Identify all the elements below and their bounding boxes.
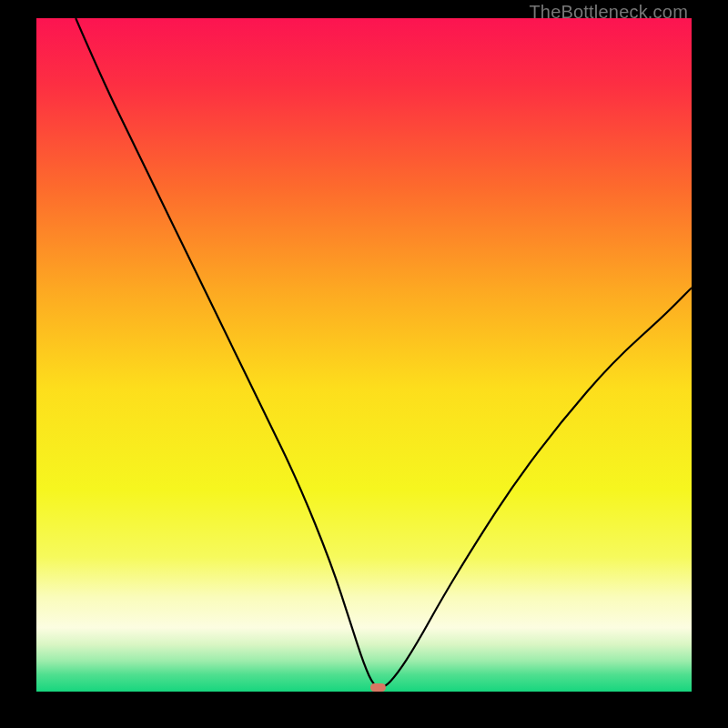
plot-area (36, 18, 692, 692)
curve-line (76, 18, 692, 687)
min-marker (370, 683, 386, 692)
bottleneck-curve (36, 18, 692, 692)
